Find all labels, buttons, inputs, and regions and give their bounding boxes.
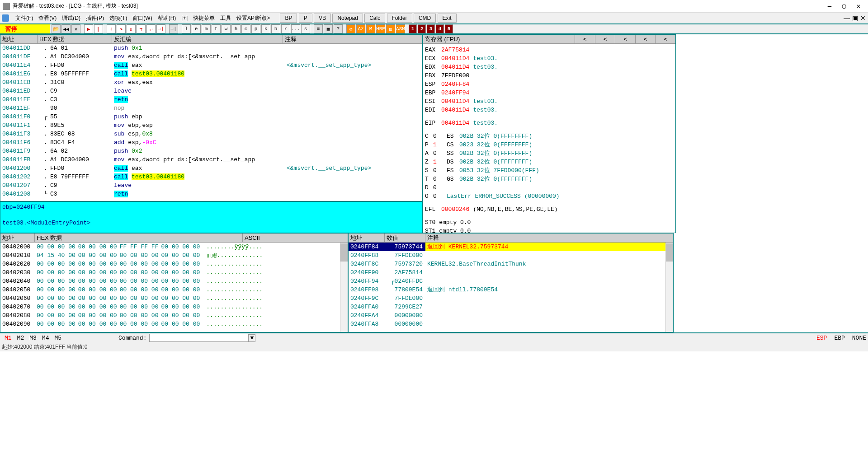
disasm-row[interactable]: 00401207.C9leave [0, 181, 422, 190]
reg-nav-3[interactable]: < [615, 35, 635, 43]
stop-icon[interactable]: ✕ [71, 24, 80, 33]
fpu-row[interactable]: ST0 empty 0.0 [425, 218, 674, 227]
toolbar-letter-p[interactable]: p [251, 24, 260, 33]
flag-row[interactable]: S0FS0053 32位 7FFDD000(FFF) [425, 166, 674, 175]
tool-2-icon[interactable]: Az [356, 24, 365, 33]
mdi-close-icon[interactable]: ✕ [860, 15, 866, 21]
disasm-row[interactable]: 00401208└C3retn [0, 190, 422, 198]
flag-row[interactable]: O0LastErr ERROR_SUCCESS (00000000) [425, 192, 674, 201]
register-row[interactable]: EAX2AF75814 [425, 46, 674, 54]
m-button-5[interactable]: M5 [52, 335, 64, 341]
stack-row[interactable]: 0240FFA400000000 [349, 311, 673, 320]
col-addr[interactable]: 地址 [0, 35, 38, 43]
disasm-row[interactable]: 00401200.FFD0call eax<&msvcrt.__set_app_… [0, 164, 422, 173]
trace-into-icon[interactable]: ⇊ [127, 24, 136, 33]
disasm-row[interactable]: 004011F6.83C4 F4add esp,-0xC [0, 138, 422, 147]
toolbar-letter-w[interactable]: w [222, 24, 231, 33]
flag-row[interactable]: D0 [425, 183, 674, 192]
menu-item[interactable]: 文件(F) [13, 14, 36, 22]
disasm-row[interactable]: 004011EB.31C0xor eax,eax [0, 78, 422, 87]
disasm-row[interactable]: 004011F0┌55push ebp [0, 112, 422, 121]
stack-scrollbar[interactable] [665, 243, 673, 332]
dump-row[interactable]: 0040205000 00 00 0000 00 00 0000 00 00 0… [0, 285, 348, 294]
toolbar-letter-k[interactable]: k [261, 24, 270, 33]
register-eip[interactable]: EIP004011D4test03. [425, 119, 674, 127]
dump-row[interactable]: 0040204000 00 00 0000 00 00 0000 00 00 0… [0, 277, 348, 285]
pause-icon[interactable]: ∥ [94, 24, 103, 33]
efl-row[interactable]: EFL00000246(NO,NB,E,BE,NS,PE,GE,LE) [425, 205, 674, 214]
stack-col-addr[interactable]: 地址 [349, 234, 385, 242]
close-button[interactable]: ✕ [855, 3, 862, 9]
disasm-row[interactable]: 004011F9.6A 02push 0x2 [0, 147, 422, 155]
grid-icon[interactable]: ▦ [324, 24, 333, 33]
step-into-icon[interactable]: ↓ [107, 24, 116, 33]
stack-row[interactable]: 0240FF9C7FFDE000 [349, 294, 673, 303]
toolbar-letter-e[interactable]: e [192, 24, 201, 33]
stack-row[interactable]: 0240FFA800000000 [349, 320, 673, 328]
tool-1-icon[interactable]: ⚙ [346, 24, 355, 33]
register-row[interactable]: ESP0240FF84 [425, 80, 674, 89]
tool-6-icon[interactable]: ASM [396, 24, 405, 33]
toolbar-letter-r[interactable]: r [281, 24, 290, 33]
register-row[interactable]: EDI004011D4test03. [425, 106, 674, 114]
toolbar-num-1[interactable]: 1 [409, 24, 417, 33]
dump-row[interactable]: 0040207000 00 00 0000 00 00 0000 00 00 0… [0, 303, 348, 311]
tab-button[interactable]: P [299, 14, 312, 23]
list-icon[interactable]: ≡ [314, 24, 323, 33]
dump-row[interactable]: 0040206000 00 00 0000 00 00 0000 00 00 0… [0, 294, 348, 303]
stack-row[interactable]: 0240FF8475973744返回到 KERNEL32.75973744 [349, 243, 673, 251]
menu-item[interactable]: 工具 [217, 14, 234, 22]
stack-row[interactable]: 0240FFA07299CE27 [349, 303, 673, 311]
stack-row[interactable]: 0240FF887FFDE000 [349, 251, 673, 260]
toolbar-letter-t[interactable]: t [212, 24, 221, 33]
dump-pane[interactable]: 地址 HEX 数据 ASCII 0040200000 00 00 0000 00… [0, 233, 348, 332]
reg-nav-4[interactable]: < [635, 35, 656, 43]
dump-col-hex[interactable]: HEX 数据 [35, 234, 243, 242]
tab-button[interactable]: BP [280, 14, 297, 23]
dump-row[interactable]: 0040201004 15 40 0000 00 00 0000 00 00 0… [0, 251, 348, 260]
disasm-row[interactable]: 004011DF.A1 DC304000mov eax,dword ptr ds… [0, 52, 422, 61]
run-icon[interactable]: ▶ [84, 24, 93, 33]
dump-row[interactable]: 0040208000 00 00 0000 00 00 0000 00 00 0… [0, 311, 348, 320]
toolbar-letter-b[interactable]: b [271, 24, 280, 33]
stack-row[interactable]: 0240FF8C75973720KERNEL32.BaseThreadInitT… [349, 260, 673, 268]
stack-row[interactable]: 0240FF94┌0240FFDC [349, 277, 673, 285]
goto-icon[interactable]: →| [169, 24, 178, 33]
mdi-restore-icon[interactable]: ▣ [852, 15, 858, 21]
flag-row[interactable]: C0ES002B 32位 0(FFFFFFFF) [425, 132, 674, 140]
col-hex[interactable]: HEX 数据 [38, 35, 112, 43]
stack-pane[interactable]: 地址 数值 注释 0240FF8475973744返回到 KERNEL32.75… [348, 233, 674, 332]
footer-none[interactable]: NONE [852, 335, 866, 341]
disasm-row[interactable]: 00401202.E8 79FFFFFFcall test03.00401180 [0, 173, 422, 181]
help-icon[interactable]: ? [334, 24, 343, 33]
command-dropdown-icon[interactable]: ▼ [248, 334, 255, 342]
toolbar-letter-h[interactable]: h [231, 24, 241, 33]
command-input[interactable] [149, 334, 249, 342]
trace-over-icon[interactable]: ⇉ [137, 24, 146, 33]
tab-button[interactable]: Folder [387, 14, 412, 23]
step-over-icon[interactable]: ↷ [117, 24, 126, 33]
m-button-1[interactable]: M1 [2, 335, 14, 341]
maximize-button[interactable]: ▢ [841, 3, 847, 9]
toolbar-letter-...[interactable]: ... [291, 24, 300, 33]
menu-item[interactable]: 查看(V) [36, 14, 59, 22]
disasm-row[interactable]: 004011DD.6A 01push 0x1 [0, 44, 422, 52]
col-comment[interactable]: 注释 [283, 35, 422, 43]
rewind-icon[interactable]: ◀◀ [61, 24, 71, 33]
flag-row[interactable]: A0SS002B 32位 0(FFFFFFFF) [425, 149, 674, 158]
m-button-2[interactable]: M2 [14, 335, 27, 341]
menu-item[interactable]: 设置API断点> [234, 14, 273, 22]
toolbar-num-5[interactable]: 5 [445, 24, 453, 33]
footer-esp[interactable]: ESP [816, 335, 827, 341]
register-row[interactable]: EBP0240FF94 [425, 89, 674, 97]
tab-button[interactable]: CMD [414, 14, 436, 23]
flag-row[interactable]: T0GS002B 32位 0(FFFFFFFF) [425, 175, 674, 183]
menu-item[interactable]: 选项(T) [107, 14, 130, 22]
menu-item[interactable]: 插件(P) [83, 14, 107, 22]
toolbar-num-3[interactable]: 3 [427, 24, 435, 33]
reg-nav-5[interactable]: < [655, 35, 675, 43]
tab-button[interactable]: Notepad [332, 14, 363, 23]
disasm-row[interactable]: 004011ED.C9leave [0, 87, 422, 95]
reg-nav-2[interactable]: < [595, 35, 615, 43]
register-row[interactable]: ECX004011D4test03. [425, 54, 674, 63]
